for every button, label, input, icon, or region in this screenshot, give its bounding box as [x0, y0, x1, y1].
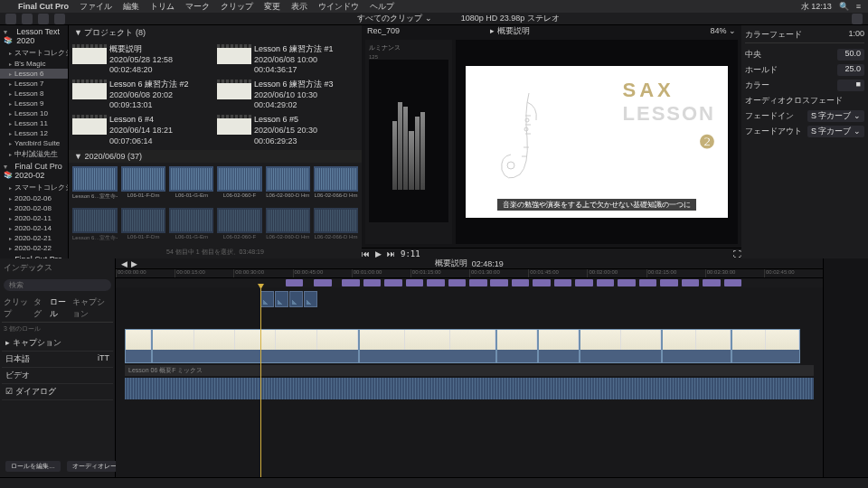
scope-type[interactable]: ルミナンス — [369, 43, 448, 52]
sidebar-item[interactable]: ▸中村誠滋先生 — [0, 148, 68, 160]
chapter-marker[interactable] — [533, 279, 551, 286]
inspector-row[interactable]: 中央50.0 — [745, 47, 864, 62]
chapter-marker[interactable] — [554, 279, 572, 286]
project-clip[interactable]: Lesson 6 練習方法 #12020/06/08 10:0000:04:36… — [217, 44, 358, 76]
inspector-row[interactable]: フェードインS 字カーブ ⌄ — [745, 108, 864, 124]
project-clip[interactable]: Lesson 6 練習方法 #32020/06/10 10:3000:04:29… — [217, 80, 358, 111]
tab-clips[interactable]: クリップ — [4, 296, 30, 320]
menu-trim[interactable]: トリム — [150, 1, 175, 13]
audio-clip[interactable]: L06-02-060-F — [217, 208, 261, 242]
audio-clip[interactable]: Lesson 6…室生寺-3 — [72, 166, 118, 201]
chapter-marker[interactable] — [469, 279, 487, 286]
primary-storyline[interactable] — [125, 329, 814, 363]
sidebar-item[interactable]: ▸B's Magic — [0, 59, 68, 69]
chapter-marker[interactable] — [597, 279, 615, 286]
tab-roles[interactable]: ロール — [50, 296, 69, 320]
library-2[interactable]: ▾ 📚 Final Cut Pro 2020-02 — [0, 160, 68, 182]
menu-help[interactable]: ヘルプ — [370, 1, 394, 13]
audio-clip[interactable]: L06-02-060-D Hm — [266, 208, 310, 242]
titles-icon[interactable] — [38, 14, 49, 24]
sidebar-item[interactable]: ▸スマートコレクション — [0, 47, 68, 59]
chapter-marker[interactable] — [639, 279, 657, 286]
audio-clip[interactable]: L06-02-060-D Hm — [266, 166, 310, 201]
timeline-back-icon[interactable]: ◀ — [121, 259, 127, 268]
audio-track[interactable] — [125, 378, 814, 399]
project-clip[interactable]: 概要説明2020/05/28 12:5800:02:48:20 — [72, 44, 213, 76]
generators-icon[interactable] — [54, 14, 65, 24]
sidebar-item[interactable]: ▸Lesson 6 — [0, 69, 68, 79]
next-edit-icon[interactable]: ⏭ — [387, 249, 395, 258]
chapter-marker[interactable] — [660, 279, 678, 286]
index-row[interactable]: ☑ ダイアログ — [2, 384, 113, 400]
sidebar-item[interactable]: ▸2020-02-22 — [0, 243, 68, 253]
play-icon[interactable]: ▶ — [375, 249, 382, 258]
timeline[interactable]: ◀▶ 概要説明 02:48:19 00:00:00:0000:00:15:000… — [116, 258, 823, 477]
timeline-ruler[interactable]: 00:00:00:0000:00:15:0000:00:30:0000:00:4… — [116, 269, 823, 278]
index-search-input[interactable] — [4, 279, 111, 291]
sidebar-item[interactable]: ▸Lesson 12 — [0, 128, 68, 138]
menu-window[interactable]: ウインドウ — [318, 1, 359, 13]
library-icon[interactable] — [5, 14, 16, 24]
sidebar-item[interactable]: ▸Lesson 11 — [0, 118, 68, 128]
title-clip[interactable] — [304, 291, 317, 307]
search-icon[interactable]: 🔍 — [839, 2, 849, 11]
inspector-row[interactable]: カラー■ — [745, 78, 864, 93]
preview-canvas[interactable]: SAX LESSON ❷ 音楽の勉強や演奏をする上で欠かせない基礎知識の一つに — [456, 40, 738, 244]
marker-lane[interactable] — [116, 278, 823, 287]
chapter-marker[interactable] — [363, 279, 382, 286]
sidebar-item[interactable]: ▸Yardbird Suite — [0, 138, 68, 148]
chapter-marker[interactable] — [575, 279, 593, 286]
sidebar-item[interactable]: ▸Lesson 9 — [0, 99, 68, 108]
zoom-dropdown[interactable]: 84% ⌄ — [710, 26, 736, 35]
audio-clip[interactable]: L06-01-F-Dm — [121, 166, 165, 201]
index-tab[interactable]: インデックス — [2, 260, 113, 276]
photos-icon[interactable] — [22, 14, 33, 24]
title-clip[interactable] — [275, 291, 288, 307]
chapter-marker[interactable] — [286, 279, 304, 286]
index-row[interactable]: ビデオ — [2, 368, 113, 384]
tab-tags[interactable]: タグ — [33, 296, 46, 320]
inspector-row[interactable]: ホールド25.0 — [745, 62, 864, 78]
app-name[interactable]: Final Cut Pro — [18, 2, 69, 11]
timecode[interactable]: 9:11 — [401, 249, 420, 258]
chapter-marker[interactable] — [427, 279, 445, 286]
fullscreen-icon[interactable]: ⛶ — [733, 249, 741, 258]
audio-clip[interactable]: L06-01-G-Em — [169, 208, 213, 242]
project-clip[interactable]: Lesson 6 #52020/06/15 20:3000:06:29:23 — [217, 115, 358, 146]
chapter-marker[interactable] — [618, 279, 636, 286]
sidebar-item[interactable]: ▸Lesson 7 — [0, 79, 68, 89]
timeline-fwd-icon[interactable]: ▶ — [131, 259, 137, 268]
chapter-marker[interactable] — [448, 279, 467, 286]
project-clip[interactable]: Lesson 6 練習方法 #22020/06/08 20:0200:09:13… — [72, 80, 213, 111]
menu-clip[interactable]: クリップ — [221, 1, 253, 13]
index-row[interactable]: 日本語iTT — [2, 352, 113, 368]
menu-file[interactable]: ファイル — [80, 1, 112, 13]
sidebar-item[interactable]: ▸2020-02-14 — [0, 223, 68, 233]
prev-edit-icon[interactable]: ⏮ — [362, 249, 370, 258]
sidebar-item[interactable]: ▸2020-02-21 — [0, 233, 68, 243]
audio-clip[interactable]: L06-02-066-D Hm — [314, 166, 358, 201]
menu-edit[interactable]: 編集 — [123, 1, 139, 13]
chapter-marker[interactable] — [490, 279, 508, 286]
connected-audio-label[interactable]: Lesson 06 概要F ミックス — [125, 365, 814, 376]
tab-captions[interactable]: キャプション — [72, 296, 111, 320]
chapter-marker[interactable] — [703, 279, 721, 286]
chapter-marker[interactable] — [682, 279, 700, 286]
sidebar-item[interactable]: ▸2020-02-11 — [0, 213, 68, 223]
audio-clip[interactable]: L06-02-066-D Hm — [314, 208, 358, 242]
inspector-row[interactable]: フェードアウトS 字カーブ ⌄ — [745, 124, 864, 139]
audio-clip[interactable]: L06-01-G-Em — [169, 166, 213, 201]
audio-clip[interactable]: L06-01-F-Dm — [121, 208, 165, 242]
sidebar-item[interactable]: ▸2020-02-08 — [0, 203, 68, 213]
chapter-marker[interactable] — [406, 279, 424, 286]
sidebar-item[interactable]: ▸2020-02-06 — [0, 193, 68, 203]
chapter-marker[interactable] — [724, 279, 742, 286]
chapter-marker[interactable] — [342, 279, 360, 286]
title-clip[interactable] — [289, 291, 303, 307]
menu-view[interactable]: 表示 — [291, 1, 307, 13]
menu-modify[interactable]: 変更 — [264, 1, 280, 13]
clip-filter[interactable]: すべてのクリップ ⌄ — [357, 13, 432, 24]
menu-mark[interactable]: マーク — [185, 1, 210, 13]
browser-section-projects[interactable]: ▼ プロジェクト (8) — [74, 27, 146, 39]
chapter-marker[interactable] — [314, 279, 332, 286]
